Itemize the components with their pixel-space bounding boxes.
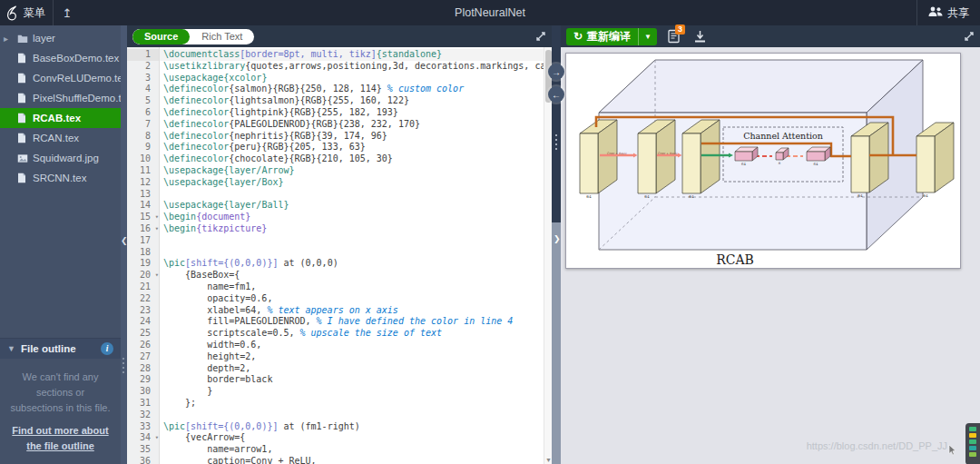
download-pdf-button[interactable] [694, 30, 706, 43]
overleaf-app: 菜单 ↥ PlotNeuralNet 共享 ▸layerBaseBoxDemo.… [0, 0, 980, 464]
share-button[interactable]: 共享 [916, 0, 980, 25]
csdn-side-widget [965, 423, 980, 464]
line-number: 19 [127, 258, 159, 270]
mouse-cursor-icon [948, 443, 956, 459]
code-line: width=0.6, [160, 340, 544, 351]
file-icon [17, 53, 26, 64]
code-line: \usetikzlibrary{quotes,arrows,positionin… [160, 61, 544, 73]
code-editor-wrap: 123456789101112131415▾16▾17181920▾212223… [127, 47, 552, 464]
svg-text:64: 64 [858, 193, 863, 198]
line-number: 26 [127, 340, 159, 351]
arrow-up-icon: ↥ [63, 6, 73, 20]
code-line: \definecolor{lightpink}{RGB}{255, 182, 1… [160, 107, 544, 119]
file-label: Squidward.jpg [33, 153, 99, 163]
code-line: scriptscale=0.5, % upscale the size of t… [160, 328, 544, 340]
arrow-right-icon: → [552, 67, 561, 77]
line-number: 14 [127, 200, 159, 212]
svg-text:64: 64 [814, 162, 818, 166]
info-icon[interactable]: i [101, 342, 113, 355]
fold-caret-icon[interactable]: ▾ [155, 270, 159, 281]
file-label: ConvReLUDemo.tex [33, 73, 121, 84]
line-number: 15▾ [127, 212, 159, 223]
menu-button[interactable]: 菜单 [24, 0, 53, 25]
line-number: 30 [127, 386, 159, 398]
file-outline-panel: ▼ File outline i We can't find any secti… [0, 338, 121, 464]
fold-caret-icon[interactable]: ▾ [155, 212, 159, 223]
switch-to-pdf-button[interactable]: → [548, 64, 564, 80]
code-line: } [160, 386, 544, 398]
line-number: 10 [127, 153, 159, 165]
code-line: \definecolor{chocolate}{RGB}{210, 105, 3… [160, 153, 544, 165]
switch-to-editor-button[interactable]: ← [548, 86, 564, 103]
sidebar-item-layer[interactable]: ▸layer [0, 28, 121, 48]
code-editor[interactable]: \documentclass[border=8pt, multi, tikz]{… [160, 47, 544, 464]
line-number: 34▾ [127, 432, 159, 444]
recompile-button[interactable]: ↻ 重新编译 [566, 29, 638, 44]
sidebar-item-rcab-tex[interactable]: RCAB.tex [0, 108, 121, 128]
topbar: 菜单 ↥ PlotNeuralNet 共享 [0, 0, 980, 25]
file-label: SRCNN.tex [33, 173, 86, 183]
line-number: 11 [127, 165, 159, 177]
line-number: 28 [127, 363, 159, 375]
csdn-watermark: https://blog.csdn.net/DD_PP_JJ [807, 440, 947, 451]
line-number: 22 [127, 293, 159, 305]
code-line: name=fm1, [160, 281, 544, 293]
back-to-projects-button[interactable]: ↥ [54, 0, 81, 25]
feature-map-slab: 64 [916, 123, 954, 198]
rcab-diagram: 6464646464 [566, 54, 962, 270]
folder-icon [17, 34, 28, 44]
file-icon [17, 73, 26, 84]
sidebar-item-squidward-jpg[interactable]: Squidward.jpg [0, 148, 121, 168]
expand-icon [535, 31, 546, 42]
line-number: 1 [127, 49, 159, 61]
line-number-gutter: 123456789101112131415▾16▾17181920▾212223… [127, 47, 160, 464]
line-number: 20▾ [127, 270, 159, 281]
file-label: BaseBoxDemo.tex [33, 53, 119, 64]
code-line: \definecolor{salmon}{RGB}{250, 128, 114}… [160, 84, 544, 95]
line-number: 13 [127, 189, 159, 201]
arrow-left-icon: ← [552, 90, 561, 100]
line-number: 8 [127, 131, 159, 143]
share-label: 共享 [947, 5, 969, 21]
tab-rich-text[interactable]: Rich Text [190, 29, 254, 44]
outline-help-link[interactable]: Find out more about the file outline [9, 423, 112, 453]
code-line: {BaseBox={ [160, 270, 544, 281]
sidebar-item-srcnn-tex[interactable]: SRCNN.tex [0, 168, 121, 188]
line-number: 27 [127, 351, 159, 363]
editor-expand-button[interactable] [535, 31, 546, 42]
file-icon [17, 173, 26, 183]
topbar-left: 菜单 ↥ [0, 0, 81, 25]
sidebar-resizer[interactable]: ❮ [121, 25, 127, 464]
code-line: \usepackage{layer/Arrow} [160, 165, 544, 177]
fold-caret-icon[interactable]: ▾ [155, 223, 159, 235]
code-line: \usepackage{xcolor} [160, 73, 544, 84]
code-line: \pic[shift={(0,0,0)}] at (fm1-right) [160, 421, 544, 433]
code-line: \definecolor{nephritis}{RGB}{39, 174, 96… [160, 131, 544, 143]
divider-grip[interactable] [555, 134, 557, 150]
diagram-caption: RCAB [716, 252, 754, 267]
compile-log-button[interactable]: 3 [668, 29, 680, 44]
divider-chevron-icon[interactable]: ❯ [554, 234, 561, 243]
sidebar-item-rcan-tex[interactable]: RCAN.tex [0, 128, 121, 148]
chevron-right-icon[interactable]: ▸ [4, 34, 8, 44]
code-line: border=black [160, 374, 544, 386]
tab-source[interactable]: Source [132, 29, 190, 44]
line-number: 12 [127, 177, 159, 189]
line-number: 3 [127, 73, 159, 84]
fold-caret-icon[interactable]: ▾ [155, 432, 159, 444]
code-line: {vecArrow={ [160, 432, 544, 444]
code-line: \usepackage{layer/Ball} [160, 200, 544, 212]
refresh-icon: ↻ [573, 30, 583, 43]
code-line [160, 235, 544, 247]
editor-scrollbar[interactable]: ▼ [544, 47, 552, 464]
channel-attention-title: Channel Attention [743, 131, 823, 141]
sidebar-item-pixelshuffledemo-tex[interactable]: PixelShuffleDemo.tex [0, 88, 121, 108]
sidebar-item-baseboxdemo-tex[interactable]: BaseBoxDemo.tex [0, 48, 121, 68]
sidebar-resizer-grip[interactable] [122, 358, 124, 373]
pdf-viewer[interactable]: 6464646464 [561, 47, 980, 464]
sidebar-item-convreludemo-tex[interactable]: ConvReLUDemo.tex [0, 68, 121, 88]
recompile-options-button[interactable]: ▼ [638, 28, 657, 45]
pdf-expand-button[interactable] [964, 31, 975, 42]
panel-divider[interactable]: → ← ❯ [552, 25, 561, 464]
file-outline-header[interactable]: ▼ File outline i [0, 339, 121, 359]
